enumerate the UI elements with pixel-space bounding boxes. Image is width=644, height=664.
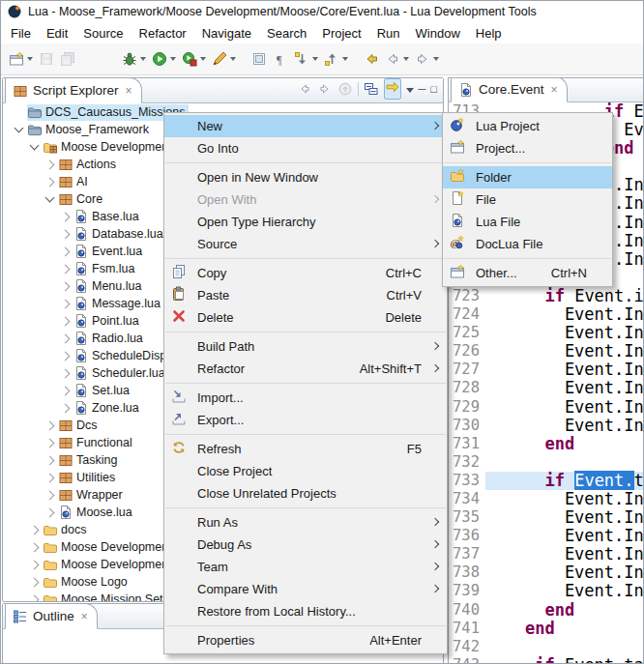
chevron-right-icon[interactable] bbox=[61, 229, 71, 239]
menu-item-restore-from-local-history-[interactable]: Restore from Local History... bbox=[164, 600, 447, 622]
prev-annotation-button[interactable] bbox=[322, 47, 350, 71]
code-line-737[interactable]: 737 Event.IniUnit = UNIT:FindByName( Eve… bbox=[449, 545, 644, 563]
close-icon[interactable]: × bbox=[81, 610, 88, 623]
coverage-button[interactable] bbox=[180, 47, 208, 71]
close-icon[interactable]: × bbox=[551, 83, 558, 97]
chevron-down-icon[interactable] bbox=[15, 124, 24, 133]
code-line-731[interactable]: 731 end bbox=[449, 435, 644, 453]
debug-button[interactable] bbox=[120, 47, 148, 71]
chevron-down-icon[interactable] bbox=[30, 141, 40, 151]
code-line-725[interactable]: 725 Event.IniDCSUnitName = Event.IniDCSU… bbox=[449, 324, 644, 342]
chevron-right-icon[interactable] bbox=[61, 264, 71, 274]
chevron-right-icon[interactable] bbox=[61, 351, 71, 361]
forward-dropdown-icon[interactable] bbox=[433, 57, 439, 61]
tab-script-explorer[interactable]: Script Explorer × bbox=[5, 77, 142, 103]
next-annotation-button[interactable] bbox=[292, 47, 320, 71]
menu-item-go-into[interactable]: Go Into bbox=[164, 137, 447, 159]
menu-item-folder[interactable]: Folder bbox=[443, 166, 612, 188]
chevron-right-icon[interactable] bbox=[61, 316, 71, 326]
collapse-all-icon[interactable] bbox=[364, 81, 379, 97]
chevron-right-icon[interactable] bbox=[30, 560, 40, 569]
menu-item-project-[interactable]: Project... bbox=[443, 137, 612, 159]
chevron-right-icon[interactable] bbox=[30, 525, 40, 534]
code-line-739[interactable]: 739 Event.IniDCSGroupName = Event.IniDCS… bbox=[449, 582, 644, 600]
nav-back-icon[interactable] bbox=[297, 81, 312, 97]
menu-item-run-as[interactable]: Run As bbox=[164, 511, 447, 534]
menu-item-properties[interactable]: PropertiesAlt+Enter bbox=[164, 629, 447, 651]
chevron-right-icon[interactable] bbox=[30, 542, 40, 552]
chevron-right-icon[interactable] bbox=[61, 368, 71, 378]
chevron-right-icon[interactable] bbox=[61, 386, 71, 395]
menu-item-team[interactable]: Team bbox=[164, 556, 447, 578]
link-with-editor-button[interactable] bbox=[384, 78, 401, 100]
code-line-734[interactable]: 734 Event.IniDCSUnit = Event.target bbox=[449, 490, 644, 508]
menubar-item-help[interactable]: Help bbox=[468, 24, 510, 43]
chevron-right-icon[interactable] bbox=[61, 333, 71, 343]
show-whitespace-button[interactable]: ¶ bbox=[271, 47, 290, 71]
run-button[interactable] bbox=[150, 47, 178, 71]
menubar-item-run[interactable]: Run bbox=[369, 24, 408, 43]
chevron-right-icon[interactable] bbox=[61, 299, 71, 308]
code-line-730[interactable]: 730 Event.IniGroupName = Event.IniDCSGro… bbox=[449, 417, 644, 435]
menu-item-lua-project[interactable]: Lua Project bbox=[443, 115, 612, 137]
menu-item-refactor[interactable]: RefactorAlt+Shift+T bbox=[164, 358, 447, 380]
menu-item-doclua-file[interactable]: @DocLua File bbox=[443, 233, 612, 255]
open-element-button[interactable] bbox=[249, 47, 269, 71]
menu-item-other-[interactable]: Other...Ctrl+N bbox=[443, 262, 612, 284]
chevron-right-icon[interactable] bbox=[30, 594, 40, 601]
menu-item-open-type-hierarchy[interactable]: Open Type Hierarchy bbox=[164, 211, 447, 233]
close-icon[interactable]: × bbox=[126, 84, 132, 98]
debug-dropdown-icon[interactable] bbox=[140, 57, 146, 61]
chevron-right-icon[interactable] bbox=[45, 507, 55, 517]
menu-item-export-[interactable]: Export... bbox=[164, 409, 447, 431]
menu-item-open-in-new-window[interactable]: Open in New Window bbox=[164, 166, 447, 188]
menubar-item-refactor[interactable]: Refactor bbox=[132, 24, 194, 43]
menu-item-source[interactable]: Source bbox=[164, 233, 447, 255]
menu-item-copy[interactable]: CopyCtrl+C bbox=[164, 262, 447, 284]
menu-item-import-[interactable]: Import... bbox=[164, 387, 447, 409]
run-dropdown-icon[interactable] bbox=[170, 57, 176, 61]
chevron-right-icon[interactable] bbox=[61, 403, 71, 413]
minimize-icon[interactable]: ─ bbox=[419, 83, 426, 95]
new-wizard-dropdown-icon[interactable] bbox=[27, 57, 33, 61]
code-line-727[interactable]: 727 Event.IniUnit = UNIT:FindByName( Eve… bbox=[449, 361, 644, 379]
chevron-right-icon[interactable] bbox=[45, 473, 55, 482]
code-line-724[interactable]: 724 Event.IniDCSUnit = Event.initiator bbox=[449, 305, 644, 324]
menu-item-paste[interactable]: PasteCtrl+V bbox=[164, 284, 447, 306]
code-line-735[interactable]: 735 Event.IniDCSUnitName = Event.IniDCSU… bbox=[449, 508, 644, 527]
next-annotation-dropdown-icon[interactable] bbox=[312, 57, 318, 61]
menubar-item-source[interactable]: Source bbox=[75, 24, 131, 43]
external-tools-dropdown-icon[interactable] bbox=[230, 57, 236, 61]
menu-item-close-unrelated-projects[interactable]: Close Unrelated Projects bbox=[164, 482, 447, 505]
tab-core-event[interactable]: Core.Event × bbox=[451, 77, 568, 102]
menu-item-compare-with[interactable]: Compare With bbox=[164, 578, 447, 600]
code-line-733[interactable]: 733 if Event.target then bbox=[449, 472, 644, 490]
maximize-icon[interactable]: □ bbox=[430, 83, 437, 95]
new-wizard-button[interactable] bbox=[7, 47, 35, 71]
menu-item-debug-as[interactable]: Debug As bbox=[164, 534, 447, 556]
chevron-right-icon[interactable] bbox=[61, 246, 71, 256]
menu-item-delete[interactable]: DeleteDelete bbox=[164, 306, 447, 329]
prev-annotation-dropdown-icon[interactable] bbox=[342, 57, 348, 61]
menu-item-new[interactable]: New bbox=[164, 115, 447, 137]
code-line-723[interactable]: 723 if Event.initiator then bbox=[449, 287, 644, 305]
chevron-right-icon[interactable] bbox=[61, 281, 71, 291]
back-dropdown-icon[interactable] bbox=[403, 57, 409, 61]
view-menu-icon[interactable] bbox=[406, 88, 414, 93]
menu-item-refresh[interactable]: RefreshF5 bbox=[164, 438, 447, 460]
code-line-732[interactable]: 732 bbox=[449, 453, 644, 472]
chevron-right-icon[interactable] bbox=[30, 577, 40, 587]
forward-button[interactable] bbox=[413, 47, 441, 71]
nav-forward-icon[interactable] bbox=[317, 81, 333, 97]
code-line-741[interactable]: 741 end bbox=[449, 620, 644, 638]
menubar-item-edit[interactable]: Edit bbox=[39, 24, 75, 43]
menu-item-build-path[interactable]: Build Path bbox=[164, 335, 447, 358]
chevron-right-icon[interactable] bbox=[45, 455, 55, 465]
chevron-right-icon[interactable] bbox=[45, 438, 55, 447]
code-line-742[interactable]: 742 bbox=[449, 638, 644, 656]
menubar-item-window[interactable]: Window bbox=[408, 24, 468, 43]
menu-item-file[interactable]: File bbox=[443, 188, 612, 211]
code-line-736[interactable]: 736 Event.IniUnitName = Event.IniDCSUnit… bbox=[449, 527, 644, 545]
chevron-right-icon[interactable] bbox=[45, 490, 55, 500]
code-line-728[interactable]: 728 Event.IniDCSGroup = Event.IniDCSUnit… bbox=[449, 379, 644, 397]
